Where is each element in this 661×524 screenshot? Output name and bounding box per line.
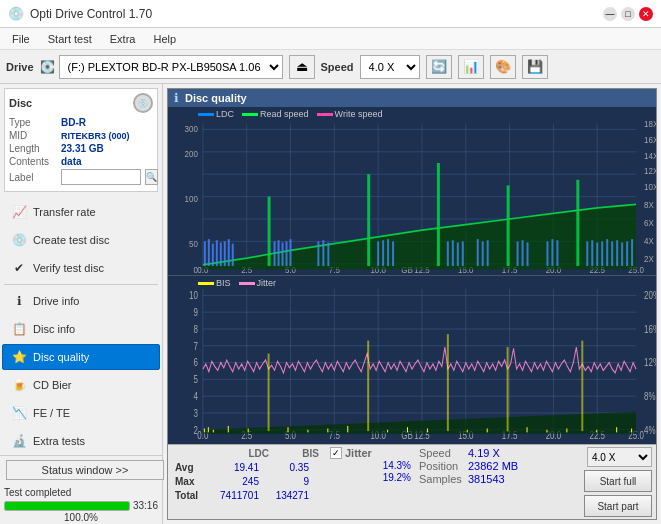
disc-icon[interactable]: 💿 <box>133 93 153 113</box>
disc-info-icon: 📋 <box>11 321 27 337</box>
speed-select[interactable]: 4.0 X <box>360 55 420 79</box>
label-search-button[interactable]: 🔍 <box>145 169 158 185</box>
status-window-button[interactable]: Status window >> <box>6 460 164 480</box>
start-full-button[interactable]: Start full <box>584 470 652 492</box>
nav-disc-quality[interactable]: ⭐ Disc quality <box>2 344 160 370</box>
svg-rect-91 <box>626 241 628 266</box>
svg-rect-148 <box>327 428 328 432</box>
svg-rect-63 <box>377 241 379 266</box>
svg-rect-80 <box>551 239 553 266</box>
label-input[interactable] <box>61 169 141 185</box>
right-panel: ℹ Disc quality LDC Read speed <box>163 84 661 524</box>
nav-extra-tests[interactable]: 🔬 Extra tests <box>2 428 160 454</box>
test-speed-select[interactable]: 4.0 X <box>587 447 652 467</box>
window-controls: — □ ✕ <box>603 7 653 21</box>
nav-transfer-rate[interactable]: 📈 Transfer rate <box>2 199 160 225</box>
nav-fe-te-label: FE / TE <box>33 407 70 419</box>
svg-rect-62 <box>367 174 370 266</box>
svg-text:14X: 14X <box>644 150 656 161</box>
svg-rect-157 <box>507 347 509 431</box>
drive-select[interactable]: (F:) PLEXTOR BD-R PX-LB950SA 1.06 <box>59 55 283 79</box>
max-bis: 9 <box>262 475 312 488</box>
legend-read-speed: Read speed <box>242 109 309 119</box>
svg-rect-73 <box>482 241 484 266</box>
svg-rect-86 <box>601 241 603 266</box>
menu-start-test[interactable]: Start test <box>40 31 100 47</box>
svg-rect-162 <box>596 430 597 433</box>
nav-disc-info[interactable]: 📋 Disc info <box>2 316 160 342</box>
color-button[interactable]: 🎨 <box>490 55 516 79</box>
svg-rect-59 <box>317 241 319 266</box>
label-label: Label <box>9 172 57 183</box>
svg-text:8X: 8X <box>644 199 654 210</box>
jitter-header: Jitter <box>345 447 372 459</box>
svg-rect-140 <box>204 428 205 432</box>
svg-rect-150 <box>367 341 369 431</box>
disc-panel: Disc 💿 Type BD-R MID RITEKBR3 (000) Leng… <box>4 88 158 192</box>
maximize-button[interactable]: □ <box>621 7 635 21</box>
svg-rect-85 <box>596 243 598 267</box>
svg-text:18X: 18X <box>644 119 656 130</box>
menu-help[interactable]: Help <box>145 31 184 47</box>
menu-file[interactable]: File <box>4 31 38 47</box>
svg-text:200: 200 <box>185 149 199 160</box>
avg-bis: 0.35 <box>262 461 312 474</box>
svg-rect-92 <box>631 239 633 266</box>
type-value: BD-R <box>61 117 86 128</box>
svg-text:16X: 16X <box>644 134 656 145</box>
jitter-avg: 14.3% <box>376 460 411 471</box>
stats-jitter: ✓ Jitter 14.3% 19.2% <box>330 447 411 502</box>
nav-drive-info[interactable]: ℹ Drive info <box>2 288 160 314</box>
progress-bar-container <box>4 501 130 511</box>
nav-disc-info-label: Disc info <box>33 323 75 335</box>
legend-bis-text: BIS <box>216 278 231 288</box>
jitter-max-label <box>330 477 370 479</box>
chart-button[interactable]: 📊 <box>458 55 484 79</box>
nav-cd-bier[interactable]: 🍺 CD Bier <box>2 372 160 398</box>
nav-transfer-rate-label: Transfer rate <box>33 206 96 218</box>
menu-extra[interactable]: Extra <box>102 31 144 47</box>
svg-rect-155 <box>467 430 468 433</box>
svg-rect-67 <box>437 163 440 266</box>
svg-rect-164 <box>631 428 632 432</box>
sidebar-bottom: Status window >> Test completed 33:16 10… <box>0 455 162 524</box>
refresh-button[interactable]: 🔄 <box>426 55 452 79</box>
jitter-checkbox[interactable]: ✓ <box>330 447 342 459</box>
minimize-button[interactable]: — <box>603 7 617 21</box>
svg-rect-55 <box>278 240 280 266</box>
samples-value: 381543 <box>468 473 505 485</box>
stats-ldc-bis: LDC BIS Avg 19.41 0.35 Max 245 9 <box>172 447 322 502</box>
nav-verify-test-disc[interactable]: ✔ Verify test disc <box>2 255 160 281</box>
legend-jitter-color <box>239 282 255 285</box>
nav-create-test-disc-label: Create test disc <box>33 234 109 246</box>
svg-rect-141 <box>208 427 209 432</box>
total-bis: 134271 <box>262 489 312 502</box>
eject-button[interactable]: ⏏ <box>289 55 315 79</box>
svg-rect-82 <box>576 180 579 266</box>
quality-header: ℹ Disc quality <box>168 89 656 107</box>
charts-container: LDC Read speed Write speed <box>168 107 656 444</box>
progress-percent: 100.0% <box>4 512 158 523</box>
stats-area: LDC BIS Avg 19.41 0.35 Max 245 9 <box>168 444 656 519</box>
nav-fe-te[interactable]: 📉 FE / TE <box>2 400 160 426</box>
quality-title: Disc quality <box>185 92 247 104</box>
title-bar: 💿 Opti Drive Control 1.70 — □ ✕ <box>0 0 661 28</box>
svg-text:16%: 16% <box>644 324 656 335</box>
save-button[interactable]: 💾 <box>522 55 548 79</box>
legend-ldc: LDC <box>198 109 234 119</box>
start-part-button[interactable]: Start part <box>584 495 652 517</box>
svg-rect-54 <box>274 241 276 266</box>
close-button[interactable]: ✕ <box>639 7 653 21</box>
nav-drive-info-label: Drive info <box>33 295 79 307</box>
svg-rect-154 <box>447 334 449 431</box>
contents-value: data <box>61 156 82 167</box>
jitter-max: 19.2% <box>376 472 411 483</box>
svg-text:20%: 20% <box>644 290 656 301</box>
menu-bar: File Start test Extra Help <box>0 28 661 50</box>
status-text: Test completed <box>4 487 158 498</box>
svg-text:3: 3 <box>193 408 197 419</box>
svg-rect-149 <box>347 426 348 432</box>
nav-create-test-disc[interactable]: 💿 Create test disc <box>2 227 160 253</box>
legend-ldc-text: LDC <box>216 109 234 119</box>
svg-rect-50 <box>224 241 226 266</box>
